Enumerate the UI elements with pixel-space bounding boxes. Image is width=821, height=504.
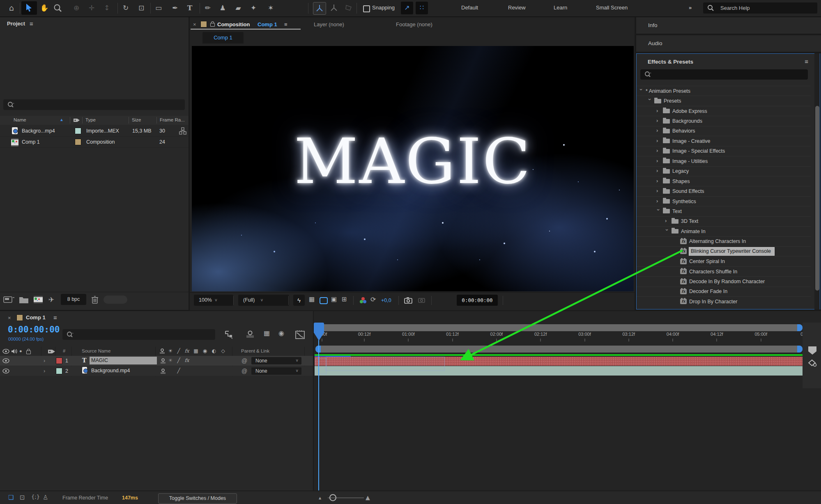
shy-switch-icon[interactable] [160, 369, 166, 375]
caret-icon[interactable]: › [656, 169, 660, 173]
eye-icon[interactable] [2, 369, 9, 374]
comp-marker-bin-icon[interactable] [807, 346, 817, 355]
caret-icon[interactable]: › [656, 128, 660, 133]
label-column-icon[interactable] [73, 117, 80, 124]
project-row-background-mp4[interactable]: Backgro...mp4 Importe...MEX 15,3 MB 30 [0, 126, 189, 137]
caret-icon[interactable]: › [656, 179, 660, 183]
tab-close-icon[interactable]: × [8, 315, 11, 321]
layer-color-swatch[interactable] [56, 368, 62, 374]
collapse-switch-icon[interactable]: ☀ [167, 357, 174, 363]
timeline-tab-comp1[interactable]: Comp 1 [26, 314, 46, 321]
home-icon[interactable]: ⌂ [6, 2, 17, 14]
preset-tree-folder[interactable]: ›Legacy [637, 166, 811, 176]
preset-tree-item[interactable]: ›fxDecode In By Random Character [637, 276, 811, 286]
caret-icon[interactable]: › [656, 149, 660, 153]
tab-layer[interactable]: Layer (none) [314, 21, 344, 27]
time-navigator-bar[interactable] [315, 324, 803, 331]
quality-switch-icon[interactable]: ╱ [175, 357, 182, 363]
channel-color-icon[interactable] [359, 296, 367, 305]
preset-tree-item[interactable]: ›fxCenter Spiral In [637, 256, 811, 266]
preset-tree-item[interactable]: ›fxBlinking Cursor Typewriter Console [637, 246, 811, 256]
composition-viewer[interactable]: MAGIC [192, 46, 634, 291]
project-search-input[interactable] [3, 99, 185, 110]
exposure-value[interactable]: +0,0 [381, 298, 391, 303]
zoom-in-mountain-icon[interactable]: ▲ [366, 494, 370, 501]
preset-tree-item[interactable]: ›fxDrop In By Character [637, 296, 811, 306]
trash-icon[interactable] [91, 295, 99, 304]
lock-icon[interactable] [26, 351, 31, 354]
toggle-switches-modes-button[interactable]: Toggle Switches / Modes [158, 493, 237, 504]
layer-row-background[interactable]: › 2 Background.mp4 ╱ @ None˅ [0, 366, 313, 376]
layer-name-selected[interactable]: MAGIC [90, 357, 157, 364]
timeline-zoom-handle[interactable] [329, 494, 336, 501]
eye-icon[interactable] [2, 349, 9, 354]
preset-tree-folder[interactable]: ›Behaviors [637, 126, 811, 136]
snap-points-button[interactable]: ∷ [416, 2, 428, 14]
timeline-search-input[interactable] [62, 329, 215, 340]
label-color-swatch[interactable] [75, 128, 81, 134]
layers-mode-icon[interactable]: ❏ [8, 494, 14, 501]
fx-switch-icon[interactable]: fx [183, 357, 191, 363]
scrollbar-thumb[interactable] [815, 106, 819, 291]
preset-tree-folder[interactable]: ›* Animation Presets [637, 86, 811, 96]
rotation-tool-icon[interactable]: ↻ [120, 2, 131, 14]
new-folder-icon[interactable] [19, 295, 30, 304]
roto-brush-tool-icon[interactable]: ✦ [248, 2, 259, 14]
new-composition-icon[interactable] [34, 296, 43, 303]
frame-blending-icon[interactable]: ▦ [264, 329, 270, 337]
expressions-icon[interactable]: {;} [31, 494, 40, 500]
preset-tree-folder[interactable]: ›Shapes [637, 176, 811, 186]
project-drag-pill[interactable] [103, 296, 127, 304]
transparency-grid-icon[interactable]: ▦ [309, 296, 315, 303]
bit-depth-button[interactable]: 8 bpc [61, 294, 86, 305]
brush-tool-icon[interactable]: ✏ [202, 2, 214, 14]
navigator-end-handle[interactable] [797, 324, 803, 331]
composition-flowchart-icon[interactable] [224, 330, 235, 339]
panel-menu-icon[interactable]: ≡ [805, 58, 808, 65]
parent-dropdown[interactable]: None˅ [251, 357, 301, 364]
preset-tree-folder[interactable]: ›Animate In [637, 226, 811, 236]
parent-dropdown[interactable]: None˅ [251, 367, 301, 375]
column-frame-rate[interactable]: Frame Ra... [160, 117, 185, 122]
show-snapshot-icon[interactable] [418, 297, 426, 304]
column-size[interactable]: Size [132, 117, 141, 122]
choose-grid-guides-icon[interactable]: ⊞ [342, 296, 347, 303]
collapse-switch-icon[interactable]: ☀ [167, 348, 174, 354]
preset-tree-folder[interactable]: ›Image - Utilities [637, 156, 811, 166]
tab-footage[interactable]: Footage (none) [396, 21, 432, 27]
preset-tree-item[interactable]: ›fxDecoder Fade In [637, 286, 811, 296]
layer-name[interactable]: Background.mp4 [91, 368, 130, 373]
pan-camera-icon[interactable]: ✛ [86, 2, 97, 14]
column-source-name[interactable]: Source Name [82, 348, 110, 353]
unlock-icon[interactable] [210, 23, 215, 27]
shy-switch-icon[interactable] [160, 358, 166, 364]
comp-mini-flowchart-icon[interactable]: ⊡ [20, 494, 25, 501]
playhead-line[interactable] [318, 340, 319, 490]
preset-tree-folder[interactable]: ›Adobe Express [637, 106, 811, 116]
audio-icon[interactable] [11, 348, 17, 354]
rectangle-tool-icon[interactable]: ▭ [153, 2, 164, 14]
label-color-swatch[interactable] [75, 139, 81, 145]
column-name[interactable]: Name [14, 117, 26, 122]
tab-close-icon[interactable]: × [193, 21, 196, 27]
caret-icon[interactable]: › [656, 119, 660, 123]
eraser-tool-icon[interactable]: ▰ [232, 2, 244, 14]
keyframe-icon[interactable] [808, 360, 817, 367]
clone-stamp-tool-icon[interactable]: ♟ [217, 2, 228, 14]
snapping-checkbox[interactable] [363, 5, 370, 12]
project-row-comp-1[interactable]: Comp 1 Composition 24 [0, 137, 189, 148]
frame-blend-switch-icon[interactable]: ▦ [192, 348, 200, 354]
eye-icon[interactable] [2, 358, 9, 364]
camera-marquee-icon[interactable]: ⊡ [136, 2, 147, 14]
motion-blur-switch-icon[interactable]: ◉ [201, 348, 209, 354]
quality-switch-icon[interactable]: ╱ [175, 348, 182, 354]
fx-switch-icon[interactable]: fx [183, 348, 191, 354]
caret-icon[interactable]: › [665, 229, 669, 233]
snapshot-camera-icon[interactable] [404, 297, 413, 304]
dolly-camera-icon[interactable]: ↕ [101, 2, 113, 14]
orbit-camera-icon[interactable]: ⊕ [71, 2, 82, 14]
region-of-interest-icon[interactable]: ▣ [331, 296, 337, 303]
puppet-pin-tool-icon[interactable]: ✶ [265, 2, 276, 14]
effects-search-input[interactable] [640, 69, 808, 80]
column-type[interactable]: Type [85, 117, 96, 122]
